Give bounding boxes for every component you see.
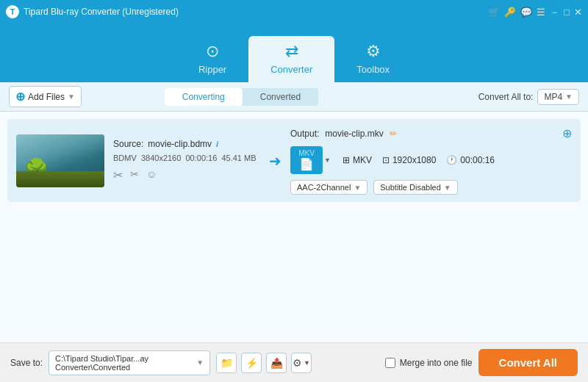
format-dropdown-icon: ▼ xyxy=(565,93,573,101)
converter-icon: ⇄ xyxy=(285,42,298,61)
subtitle-value: Subtitle Disabled xyxy=(380,183,441,192)
mkv-icon: 📄 xyxy=(299,157,314,171)
chat-icon[interactable]: 💬 xyxy=(520,7,532,17)
tab-converted[interactable]: Converted xyxy=(243,88,318,106)
bottom-bar: Save to: C:\Tipard Studio\Tipar...ay Con… xyxy=(0,342,588,382)
title-bar: T Tipard Blu-ray Converter (Unregistered… xyxy=(0,0,588,24)
file-meta: BDMV 3840x2160 00:00:16 45.41 MB xyxy=(113,154,260,162)
close-icon[interactable]: ✕ xyxy=(574,7,582,17)
output-resolution-item: ⊡ 1920x1080 xyxy=(382,155,436,165)
output-section: Output: movie-clip.mkv ✏ ⊕ MKV 📄 ▼ ⊞ MKV xyxy=(290,126,572,195)
menu-icon[interactable]: ☰ xyxy=(537,7,545,17)
nav-converter-label: Converter xyxy=(270,64,312,75)
tab-group: Converting Converted xyxy=(165,88,318,106)
merge-checkbox[interactable] xyxy=(385,358,395,368)
share-icon-btn[interactable]: 📤 xyxy=(266,353,287,373)
add-files-dropdown-icon[interactable]: ▼ xyxy=(68,93,75,101)
output-duration-value: 00:00:16 xyxy=(460,155,495,165)
add-files-button[interactable]: ⊕ Add Files ▼ xyxy=(9,86,82,107)
file-actions: ✂ ✂ ☺ xyxy=(113,168,260,182)
ripper-icon: ⊙ xyxy=(206,42,219,61)
subtitle-selector[interactable]: Subtitle Disabled ▼ xyxy=(373,180,457,195)
folder-icon-btn[interactable]: 📁 xyxy=(216,353,237,373)
audio-track-selector[interactable]: AAC-2Channel ▼ xyxy=(290,180,368,195)
file-card: 🌳 Source: movie-clip.bdmv i BDMV 3840x21… xyxy=(7,119,581,202)
audio-dropdown-icon: ▼ xyxy=(354,184,361,192)
cart-icon[interactable]: 🛒 xyxy=(488,7,500,17)
size-meta: 45.41 MB xyxy=(221,154,256,162)
app-title: Tipard Blu-ray Converter (Unregistered) xyxy=(24,7,488,17)
main-content: 🌳 Source: movie-clip.bdmv i BDMV 3840x21… xyxy=(0,112,588,342)
film-icon: ⊞ xyxy=(343,155,350,165)
output-filename: movie-clip.mkv xyxy=(325,129,383,139)
nav-toolbox-label: Toolbox xyxy=(356,64,390,75)
convert-all-to-section: Convert All to: MP4 ▼ xyxy=(478,89,579,105)
link-icon-btn[interactable]: ⚡ xyxy=(241,353,262,373)
effects-icon[interactable]: ☺ xyxy=(146,168,157,182)
nav-ripper-label: Ripper xyxy=(198,64,226,75)
format-meta: BDMV xyxy=(113,154,137,162)
output-format-item: ⊞ MKV xyxy=(343,155,372,165)
top-navigation: ⊙ Ripper ⇄ Converter ⚙ Toolbox xyxy=(0,24,588,82)
minimize-icon[interactable]: － xyxy=(550,7,559,17)
resolution-icon: ⊡ xyxy=(382,155,390,165)
toolbar: ⊕ Add Files ▼ Converting Converted Conve… xyxy=(0,82,588,112)
merge-checkbox-section: Merge into one file xyxy=(385,358,473,368)
save-path-value: C:\Tipard Studio\Tipar...ay Converter\Co… xyxy=(55,354,192,372)
convert-all-button[interactable]: Convert All xyxy=(478,349,578,376)
format-selector[interactable]: MP4 ▼ xyxy=(537,89,579,105)
mkv-dropdown-icon[interactable]: ▼ xyxy=(324,156,331,164)
arrow-icon: ➜ xyxy=(269,152,282,170)
output-meta: ⊞ MKV ⊡ 1920x1080 🕐 00:00:16 xyxy=(343,155,572,165)
output-label: Output: xyxy=(290,129,319,139)
app-icon: T xyxy=(6,5,19,18)
output-format-value: MKV xyxy=(353,155,372,165)
output-format-card: MKV 📄 ▼ ⊞ MKV ⊡ 1920x1080 🕐 xyxy=(290,146,572,174)
subtitle-dropdown-icon: ▼ xyxy=(444,184,451,192)
nav-item-ripper[interactable]: ⊙ Ripper xyxy=(176,36,248,82)
source-label: Source: xyxy=(113,139,143,149)
edit-icon[interactable]: ✏ xyxy=(390,129,397,139)
add-output-icon[interactable]: ⊕ xyxy=(562,126,572,140)
key-icon[interactable]: 🔑 xyxy=(504,7,516,17)
toolbox-icon: ⚙ xyxy=(366,42,381,61)
add-files-label: Add Files xyxy=(28,92,65,102)
scissors-icon[interactable]: ✂ xyxy=(113,168,123,182)
save-path-dropdown-icon: ▼ xyxy=(196,358,204,367)
bottom-icons: 📁 ⚡ 📤 ⚙▼ xyxy=(216,353,312,373)
mkv-badge[interactable]: MKV 📄 xyxy=(290,146,323,174)
save-path-input[interactable]: C:\Tipard Studio\Tipar...ay Converter\Co… xyxy=(49,350,210,375)
duration-meta: 00:00:16 xyxy=(185,154,217,162)
mkv-badge-wrapper: MKV 📄 ▼ xyxy=(290,146,331,174)
nav-item-converter[interactable]: ⇄ Converter xyxy=(248,36,334,82)
mkv-label-top: MKV xyxy=(298,149,315,157)
output-dropdowns: AAC-2Channel ▼ Subtitle Disabled ▼ xyxy=(290,180,572,195)
window-controls[interactable]: 🛒 🔑 💬 ☰ － □ ✕ xyxy=(488,7,582,17)
format-value: MP4 xyxy=(544,92,562,102)
plus-icon: ⊕ xyxy=(15,90,25,104)
resolution-meta: 3840x2160 xyxy=(141,154,181,162)
save-to-label: Save to: xyxy=(10,358,43,368)
tab-converting[interactable]: Converting xyxy=(165,88,243,106)
merge-label: Merge into one file xyxy=(400,358,473,368)
output-resolution-value: 1920x1080 xyxy=(392,155,436,165)
nav-item-toolbox[interactable]: ⚙ Toolbox xyxy=(334,36,412,82)
file-info: Source: movie-clip.bdmv i BDMV 3840x2160… xyxy=(113,139,260,182)
clock-icon: 🕐 xyxy=(446,155,457,165)
maximize-icon[interactable]: □ xyxy=(564,7,570,17)
output-duration-item: 🕐 00:00:16 xyxy=(446,155,495,165)
audio-track-value: AAC-2Channel xyxy=(297,183,351,192)
source-filename: movie-clip.bdmv xyxy=(148,139,212,149)
convert-all-to-label: Convert All to: xyxy=(478,92,534,102)
trim-icon[interactable]: ✂ xyxy=(130,168,139,182)
info-icon[interactable]: i xyxy=(216,140,218,148)
thumbnail: 🌳 xyxy=(16,134,104,187)
settings-icon-btn[interactable]: ⚙▼ xyxy=(291,353,312,373)
